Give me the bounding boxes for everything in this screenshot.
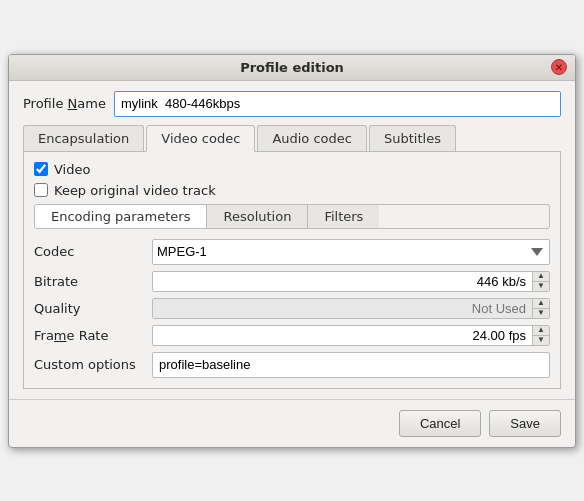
quality-label: Quality xyxy=(34,301,144,316)
profile-name-input[interactable] xyxy=(114,91,561,117)
framerate-spin-buttons: ▲ ▼ xyxy=(532,326,549,345)
outer-tabs-container: Encapsulation Video codec Audio codec Su… xyxy=(23,125,561,389)
keep-original-label: Keep original video track xyxy=(54,183,216,198)
inner-tab-filters[interactable]: Filters xyxy=(308,205,379,228)
inner-tabs-bar: Encoding parameters Resolution Filters xyxy=(34,204,550,229)
tab-audio-codec[interactable]: Audio codec xyxy=(257,125,367,151)
bitrate-spin-buttons: ▲ ▼ xyxy=(532,272,549,291)
tab-subtitles[interactable]: Subtitles xyxy=(369,125,456,151)
close-button[interactable]: ✕ xyxy=(551,59,567,75)
custom-options-input[interactable] xyxy=(152,352,550,378)
quality-input xyxy=(153,299,532,318)
quality-spin-down[interactable]: ▼ xyxy=(533,309,549,318)
bitrate-label: Bitrate xyxy=(34,274,144,289)
framerate-input[interactable] xyxy=(153,326,532,345)
framerate-spin-up[interactable]: ▲ xyxy=(533,326,549,336)
main-content: Profile Name Encapsulation Video codec A… xyxy=(9,81,575,399)
titlebar: Profile edition ✕ xyxy=(9,55,575,81)
custom-options-label: Custom options xyxy=(34,357,144,372)
profile-edition-window: Profile edition ✕ Profile Name Encapsula… xyxy=(8,54,576,448)
tab-panel-video-codec: Video Keep original video track Encoding… xyxy=(23,152,561,389)
keep-original-checkbox[interactable] xyxy=(34,183,48,197)
video-checkbox[interactable] xyxy=(34,162,48,176)
quality-input-wrapper: ▲ ▼ xyxy=(152,298,550,319)
framerate-input-wrapper: ▲ ▼ xyxy=(152,325,550,346)
window-title: Profile edition xyxy=(240,60,344,75)
framerate-spin-down[interactable]: ▼ xyxy=(533,336,549,345)
video-checkbox-row: Video xyxy=(34,162,550,177)
quality-spin-up[interactable]: ▲ xyxy=(533,299,549,309)
profile-name-label: Profile Name xyxy=(23,96,106,111)
framerate-label: Frame Rate xyxy=(34,328,144,343)
save-button[interactable]: Save xyxy=(489,410,561,437)
bitrate-spin-down[interactable]: ▼ xyxy=(533,282,549,291)
tab-video-codec[interactable]: Video codec xyxy=(146,125,255,152)
keep-original-row: Keep original video track xyxy=(34,183,550,198)
tab-encapsulation[interactable]: Encapsulation xyxy=(23,125,144,151)
bitrate-input-wrapper: ▲ ▼ xyxy=(152,271,550,292)
bitrate-input[interactable] xyxy=(153,272,532,291)
encoding-form: Codec MPEG-1 MPEG-2 MPEG-4 H.264 H.265 V… xyxy=(34,239,550,378)
inner-tab-resolution[interactable]: Resolution xyxy=(207,205,308,228)
outer-tabs-bar: Encapsulation Video codec Audio codec Su… xyxy=(23,125,561,152)
bottom-bar: Cancel Save xyxy=(9,399,575,447)
codec-select[interactable]: MPEG-1 MPEG-2 MPEG-4 H.264 H.265 VP8 VP9 xyxy=(152,239,550,265)
bitrate-spin-up[interactable]: ▲ xyxy=(533,272,549,282)
codec-label: Codec xyxy=(34,244,144,259)
inner-tab-encoding[interactable]: Encoding parameters xyxy=(35,205,207,228)
cancel-button[interactable]: Cancel xyxy=(399,410,481,437)
profile-name-row: Profile Name xyxy=(23,91,561,117)
video-checkbox-label: Video xyxy=(54,162,90,177)
quality-spin-buttons: ▲ ▼ xyxy=(532,299,549,318)
